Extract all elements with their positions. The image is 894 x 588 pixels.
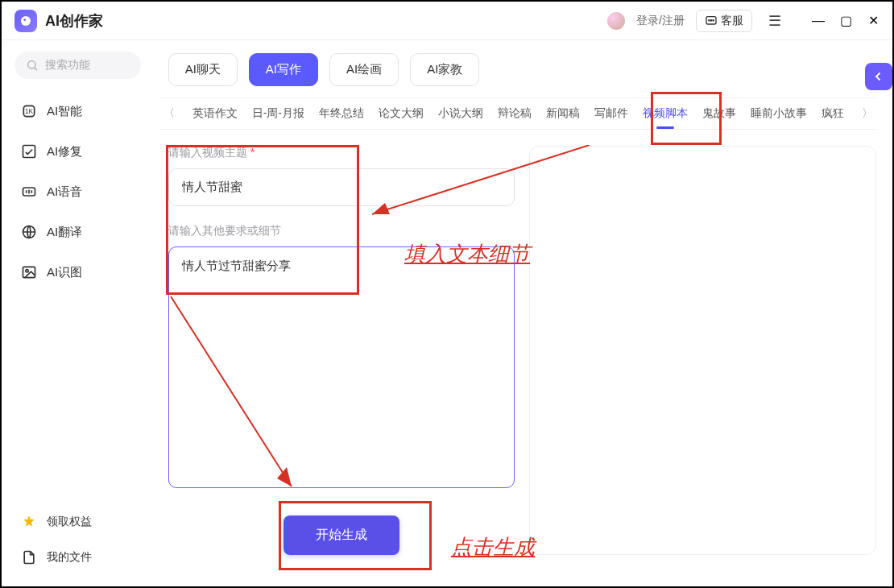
close-button[interactable]: ✕ (867, 14, 880, 27)
sidebar-item-label: AI修复 (47, 144, 82, 159)
sub-tab[interactable]: 小说大纲 (438, 106, 483, 121)
svg-text:1K: 1K (25, 107, 34, 115)
titlebar: AI创作家 登录/注册 客服 ☰ — ▢ ✕ (2, 2, 892, 40)
app-title: AI创作家 (45, 11, 103, 31)
search-icon (26, 59, 39, 72)
sub-tab[interactable]: 辩论稿 (498, 106, 532, 121)
sidebar-item-label: AI翻译 (47, 225, 82, 240)
svg-line-7 (35, 68, 37, 70)
sub-tab[interactable]: 睡前小故事 (751, 106, 807, 121)
sidebar-item-ai-image[interactable]: AI识图 (14, 255, 141, 290)
svg-point-1 (23, 19, 26, 21)
sidebar-item-ai-smart[interactable]: 1K AI智能 (14, 93, 141, 129)
svg-point-5 (713, 19, 714, 20)
app-logo-icon (14, 10, 37, 32)
main-content: AI聊天 AI写作 AI绘画 AI家教 〈 英语作文 日-周-月报 年终总结 论… (154, 40, 892, 586)
svg-rect-10 (23, 146, 35, 158)
topic-input[interactable] (168, 168, 515, 206)
menu-icon[interactable]: ☰ (764, 12, 786, 30)
tab-ai-chat[interactable]: AI聊天 (168, 53, 238, 86)
svg-point-0 (21, 16, 31, 26)
template-tabs: 〈 英语作文 日-周-月报 年终总结 论文大纲 小说大纲 辩论稿 新闻稿 写邮件… (160, 97, 876, 130)
sidebar-item-label: AI语音 (47, 184, 82, 200)
sidebar-item-label: 我的文件 (47, 550, 92, 565)
input-form: 请输入视频主题* 请输入其他要求或细节 开始生成 (168, 146, 515, 555)
sub-tab[interactable]: 写邮件 (594, 106, 628, 121)
sidebar-item-rewards[interactable]: 领取权益 (14, 504, 141, 540)
translate-icon (21, 224, 37, 240)
search-input[interactable]: 搜索功能 (14, 52, 141, 79)
sidebar-item-files[interactable]: 我的文件 (14, 540, 141, 575)
sub-tab[interactable]: 英语作文 (192, 106, 238, 121)
titlebar-right: 登录/注册 客服 ☰ — ▢ ✕ (607, 10, 880, 32)
svg-point-4 (710, 19, 711, 20)
sub-tab[interactable]: 年终总结 (319, 106, 364, 121)
topic-label: 请输入视频主题* (168, 146, 515, 160)
sidebar-item-ai-repair[interactable]: AI修复 (14, 134, 141, 169)
generate-button[interactable]: 开始生成 (284, 516, 399, 555)
avatar[interactable] (607, 12, 625, 30)
scroll-left-button[interactable]: 〈 (160, 106, 178, 121)
output-panel (529, 146, 876, 555)
sub-tab-video-script[interactable]: 视频脚本 (643, 106, 688, 121)
window-controls: — ▢ ✕ (812, 14, 880, 27)
tab-ai-draw[interactable]: AI绘画 (329, 53, 399, 86)
smart-icon: 1K (21, 103, 37, 119)
maximize-button[interactable]: ▢ (839, 14, 852, 27)
search-placeholder: 搜索功能 (45, 58, 90, 72)
sidebar-item-label: AI识图 (47, 265, 82, 280)
customer-service-label: 客服 (721, 14, 743, 28)
tab-ai-tutor[interactable]: AI家教 (410, 53, 479, 86)
chat-icon (705, 14, 718, 27)
svg-point-3 (709, 19, 710, 20)
detail-textarea[interactable] (168, 246, 515, 488)
sidebar-item-ai-voice[interactable]: AI语音 (14, 174, 141, 209)
svg-point-6 (28, 61, 35, 68)
scroll-right-button[interactable]: 〉 (859, 106, 876, 121)
login-link[interactable]: 登录/注册 (636, 14, 685, 28)
tab-ai-write[interactable]: AI写作 (249, 53, 318, 86)
minimize-button[interactable]: — (812, 14, 825, 27)
sub-tab[interactable]: 新闻稿 (546, 106, 580, 121)
titlebar-left: AI创作家 (14, 10, 103, 32)
sidebar-item-label: 领取权益 (47, 515, 92, 529)
svg-rect-13 (23, 267, 35, 277)
image-icon (21, 264, 37, 280)
reward-icon (21, 514, 37, 530)
file-icon (21, 549, 37, 565)
customer-service-button[interactable]: 客服 (696, 10, 752, 32)
repair-icon (21, 143, 37, 159)
sub-tab[interactable]: 疯狂 (822, 106, 844, 121)
detail-label: 请输入其他要求或细节 (168, 224, 515, 238)
sub-tab[interactable]: 论文大纲 (379, 106, 424, 121)
sub-tab[interactable]: 鬼故事 (702, 106, 736, 121)
sidebar-item-label: AI智能 (47, 104, 82, 119)
sub-tab[interactable]: 日-周-月报 (252, 106, 304, 121)
sidebar-item-ai-translate[interactable]: AI翻译 (14, 214, 141, 250)
collapse-panel-button[interactable] (865, 63, 892, 90)
main-tabs: AI聊天 AI写作 AI绘画 AI家教 (168, 53, 876, 86)
svg-point-14 (26, 270, 28, 272)
voice-icon (21, 184, 37, 200)
sidebar: 搜索功能 1K AI智能 AI修复 AI语音 AI翻译 AI识图 领取权益 (2, 40, 154, 586)
